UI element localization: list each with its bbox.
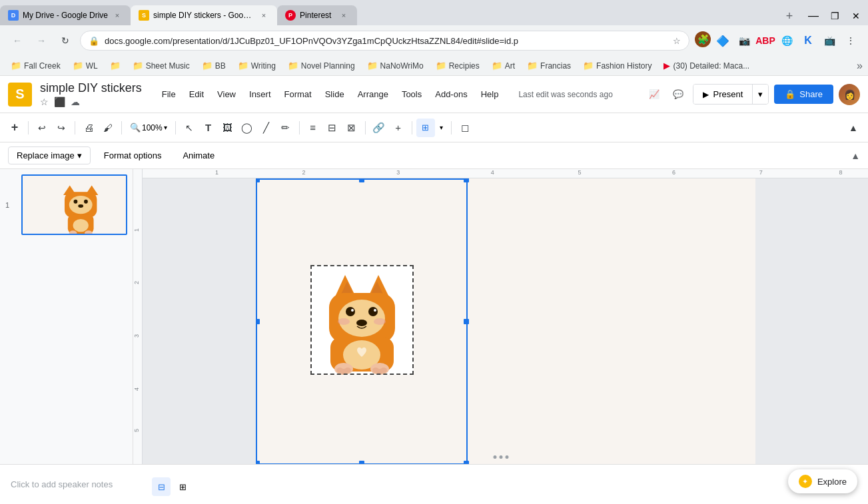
bookmark-fashion-history[interactable]: 📁 Fashion History — [578, 59, 657, 73]
canvas-area[interactable]: 1 2 3 4 5 6 7 8 1 2 3 4 5 — [133, 169, 868, 464]
menu-view[interactable]: View — [211, 85, 242, 103]
shapes-tool-button[interactable]: ◯ — [238, 119, 256, 137]
tab-google-drive[interactable]: D My Drive - Google Drive × — [0, 5, 131, 25]
format-options-button[interactable]: Format options — [96, 147, 170, 164]
refresh-button[interactable]: ↻ — [56, 31, 75, 50]
close-button[interactable]: ✕ — [847, 7, 865, 25]
undo-button[interactable]: ↩ — [33, 119, 51, 137]
lines-tool-button[interactable]: ╱ — [257, 119, 276, 137]
extensions-icon[interactable]: 🧩 — [695, 31, 711, 47]
browser-action-3[interactable]: 🌐 — [777, 31, 796, 50]
distribute-vert-button[interactable]: ⊠ — [342, 119, 361, 137]
filmstrip-view-button[interactable]: ⊟ — [152, 477, 171, 496]
menu-file[interactable]: File — [155, 85, 183, 103]
bg-options-button[interactable]: ◻ — [456, 119, 474, 137]
pencil-tool-button[interactable]: ✏ — [276, 119, 295, 137]
comments-icon[interactable]: 💬 — [669, 85, 687, 104]
link-button[interactable]: 🔗 — [370, 119, 388, 137]
animate-button[interactable]: Animate — [175, 147, 222, 164]
zoom-select[interactable]: 🔍 100% ▾ — [126, 119, 171, 137]
menu-tools[interactable]: Tools — [395, 85, 428, 103]
cloud-icon[interactable]: ☁ — [71, 97, 80, 107]
handle-top-right[interactable] — [464, 178, 469, 182]
document-title[interactable]: simple DIY stickers — [40, 81, 142, 95]
move-to-drive-icon[interactable]: ⬛ — [54, 97, 65, 107]
menu-slide[interactable]: Slide — [318, 85, 351, 103]
bookmark-writing[interactable]: 📁 Writing — [232, 59, 281, 73]
address-input[interactable]: 🔒 docs.google.com/presentation/d/1JCuBpz… — [80, 31, 689, 51]
menu-edit[interactable]: Edit — [183, 85, 211, 103]
tab-close-slides[interactable]: × — [258, 10, 269, 21]
tab-slides[interactable]: S simple DIY stickers - Google Slid... × — [131, 5, 277, 25]
bookmark-nanowrimo[interactable]: 📁 NaNoWriMo — [362, 59, 429, 73]
forward-button[interactable]: → — [32, 31, 51, 50]
replace-image-button[interactable]: Replace image ▾ — [8, 146, 91, 164]
activity-dashboard-icon[interactable]: 📈 — [645, 85, 663, 104]
bookmark-empty[interactable]: 📁 — [105, 59, 126, 73]
menu-arrange[interactable]: Arrange — [351, 85, 395, 103]
bookmark-wl[interactable]: 📁 WL — [67, 59, 103, 73]
handle-bottom-center[interactable] — [359, 461, 364, 465]
new-tab-button[interactable]: + — [780, 7, 799, 25]
comment-button[interactable]: + — [389, 119, 408, 137]
tab-close-drive[interactable]: × — [112, 10, 123, 21]
tab-close-pinterest[interactable]: × — [338, 10, 349, 21]
handle-top-left[interactable] — [256, 178, 260, 182]
notes-area[interactable]: Click to add speaker notes — [0, 464, 868, 504]
redo-button[interactable]: ↪ — [52, 119, 71, 137]
slide-thumbnail[interactable] — [21, 174, 127, 235]
minimize-button[interactable]: — — [804, 7, 823, 25]
handle-top-center[interactable] — [359, 178, 364, 182]
menu-format[interactable]: Format — [278, 85, 318, 103]
tab-pinterest[interactable]: P Pinterest × — [277, 5, 357, 25]
adblocker-icon[interactable]: ABP — [756, 31, 775, 50]
distribute-button[interactable]: ⊟ — [323, 119, 342, 137]
bookmark-bb[interactable]: 📁 BB — [197, 59, 231, 73]
menu-addons[interactable]: Add-ons — [428, 85, 474, 103]
context-collapse-button[interactable]: ▲ — [851, 150, 860, 161]
more-options-button[interactable]: ⋮ — [841, 31, 860, 50]
align-button[interactable]: ≡ — [304, 119, 322, 137]
restore-button[interactable]: ❐ — [825, 7, 844, 25]
bookmark-youtube[interactable]: ▶ (30) Detailed: Maca... — [658, 59, 755, 73]
bookmark-art[interactable]: 📁 Art — [486, 59, 520, 73]
user-avatar[interactable]: 👩 — [839, 84, 860, 105]
cast-icon[interactable]: 📺 — [820, 31, 839, 50]
bookmark-sheet-music[interactable]: 📁 Sheet Music — [127, 59, 195, 73]
menu-insert[interactable]: Insert — [242, 85, 278, 103]
grid-view-button[interactable]: ⊞ — [173, 477, 192, 496]
paint-format-button[interactable]: 🖌 — [99, 119, 117, 137]
browser-action-2[interactable]: 📷 — [735, 31, 753, 50]
youtube-icon: ▶ — [663, 61, 670, 71]
image-tool-button[interactable]: 🖼 — [218, 119, 237, 137]
collapse-toolbar-button[interactable]: ▲ — [844, 119, 863, 137]
position-dropdown[interactable]: ▾ — [436, 119, 447, 137]
present-main-button[interactable]: ▶ Present — [693, 85, 752, 104]
bookmark-star-icon[interactable]: ☆ — [673, 36, 681, 46]
browser-action-1[interactable]: 🔷 — [713, 31, 732, 50]
handle-bottom-left[interactable] — [256, 461, 260, 465]
present-dropdown-button[interactable]: ▾ — [752, 85, 768, 104]
print-button[interactable]: 🖨 — [79, 119, 98, 137]
bookmark-novel-planning[interactable]: 📁 Novel Planning — [282, 59, 360, 73]
browser-action-4[interactable]: K — [799, 31, 817, 50]
menu-help[interactable]: Help — [474, 85, 506, 103]
corgi-image-container[interactable] — [310, 265, 414, 375]
add-slide-button[interactable]: + — [5, 119, 24, 137]
share-button[interactable]: 🔒 Share — [774, 85, 833, 104]
bookmark-fall-creek[interactable]: 📁 Fall Creek — [5, 59, 66, 73]
format-options-label: Format options — [104, 150, 162, 160]
explore-button[interactable]: ✦ Explore — [788, 469, 857, 493]
cursor-tool-button[interactable]: ↖ — [180, 119, 199, 137]
handle-mid-left[interactable] — [256, 319, 260, 324]
handle-mid-right[interactable] — [464, 319, 469, 324]
slide-canvas[interactable] — [256, 178, 755, 464]
text-tool-button[interactable]: T — [199, 119, 218, 137]
bookmark-francias[interactable]: 📁 Francias — [522, 59, 576, 73]
bookmarks-more-button[interactable]: » — [857, 60, 863, 72]
position-layout-button[interactable]: ⊞ — [416, 119, 435, 137]
bookmark-recipies[interactable]: 📁 Recipies — [430, 59, 485, 73]
handle-bottom-right[interactable] — [464, 461, 469, 465]
back-button[interactable]: ← — [8, 31, 27, 50]
star-icon[interactable]: ☆ — [40, 97, 49, 107]
